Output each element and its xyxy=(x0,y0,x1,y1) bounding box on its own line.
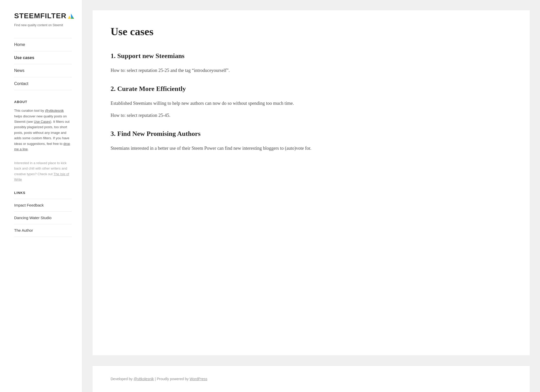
sidebar-about-section: ABOUT This curation tool by @vitkolesnik… xyxy=(14,99,72,152)
footer-text: Developed by @vitkolesnik | Proudly powe… xyxy=(111,376,512,382)
list-item: Impact Feedback xyxy=(14,199,72,212)
the-author-link[interactable]: The Author xyxy=(14,224,72,237)
footer: Developed by @vitkolesnik | Proudly powe… xyxy=(93,366,530,392)
logo: STEEMFILTER xyxy=(14,10,72,22)
promo-text: Interested in a relaxed place to kick ba… xyxy=(14,160,72,182)
about-section-title: ABOUT xyxy=(14,99,72,105)
footer-wordpress-link[interactable]: WordPress xyxy=(190,377,207,381)
svg-marker-1 xyxy=(68,16,71,19)
section-heading-1: 1. Support new Steemians xyxy=(111,51,512,61)
list-item: The Author xyxy=(14,224,72,237)
nav-home[interactable]: Home xyxy=(14,38,72,51)
section-text-3-1: Steemians interested in a better use of … xyxy=(111,144,512,152)
footer-author-link[interactable]: @vitkolesnik xyxy=(134,377,154,381)
logo-area: STEEMFILTER Find new quality content on … xyxy=(14,10,72,28)
logo-icon xyxy=(67,12,75,20)
dancing-water-studio-link[interactable]: Dancing Water Studio xyxy=(14,212,72,224)
use-case-section-1: 1. Support new Steemians How to: select … xyxy=(111,51,512,74)
section-text-2-2: How to: select reputation 25-45. xyxy=(111,111,512,119)
content-card: Use cases 1. Support new Steemians How t… xyxy=(93,10,530,355)
logo-tagline: Find new quality content on Steemit xyxy=(14,23,72,28)
sidebar: STEEMFILTER Find new quality content on … xyxy=(0,0,82,392)
sidebar-promo-section: Interested in a relaxed place to kick ba… xyxy=(14,160,72,182)
impact-feedback-link[interactable]: Impact Feedback xyxy=(14,199,72,211)
about-text: This curation tool by @vitkolesnik helps… xyxy=(14,108,72,152)
links-section-title: LINKS xyxy=(14,190,72,196)
use-cases-link[interactable]: Use Cases xyxy=(34,120,50,124)
main-content: Use cases 1. Support new Steemians How t… xyxy=(82,0,540,392)
use-case-section-2: 2. Curate More Efficiently Established S… xyxy=(111,83,512,119)
section-text-2-1: Established Steemians willing to help ne… xyxy=(111,99,512,107)
use-case-section-3: 3. Find New Promising Authors Steemians … xyxy=(111,128,512,152)
sidebar-links-section: LINKS Impact Feedback Dancing Water Stud… xyxy=(14,190,72,237)
isle-of-write-link[interactable]: The Isle of Write xyxy=(14,172,69,181)
nav-contact[interactable]: Contact xyxy=(14,77,72,90)
main-nav: Home Use cases News Contact xyxy=(14,38,72,90)
section-heading-2: 2. Curate More Efficiently xyxy=(111,83,512,94)
page-title: Use cases xyxy=(111,23,512,40)
drop-me-a-line-link[interactable]: drop me a line xyxy=(14,142,70,151)
nav-news[interactable]: News xyxy=(14,64,72,77)
section-heading-3: 3. Find New Promising Authors xyxy=(111,128,512,139)
vitkolesnik-link[interactable]: @vitkolesnik xyxy=(45,109,64,113)
links-list: Impact Feedback Dancing Water Studio The… xyxy=(14,199,72,237)
logo-wordmark: STEEMFILTER xyxy=(14,10,66,22)
nav-use-cases[interactable]: Use cases xyxy=(14,51,72,64)
section-text-1-1: How to: select reputation 25-25 and the … xyxy=(111,67,512,74)
list-item: Dancing Water Studio xyxy=(14,212,72,224)
